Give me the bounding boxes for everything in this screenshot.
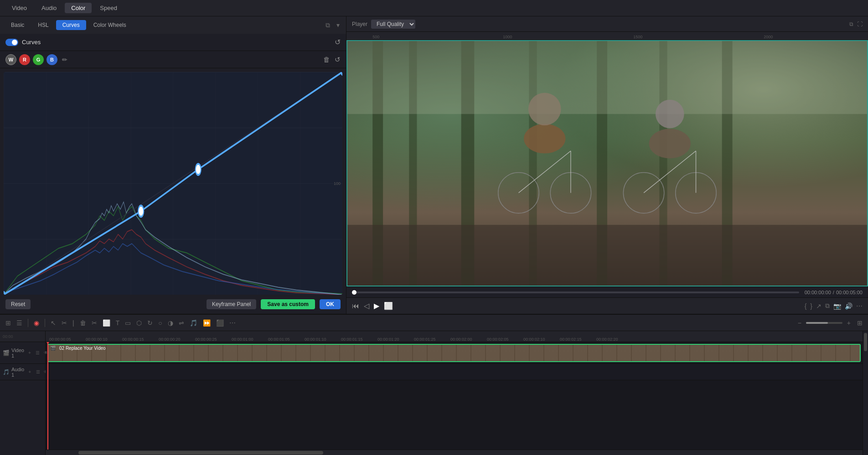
timeline-toolbar: ⊞ ☰ ◉ ↖ ✂ | 🗑 ✂ ⬜ T ▭ ⬡ ↻ ○ ◑ ⇌ 🎵 ⏩ ⬛ ⋯ …: [0, 315, 868, 331]
curves-title: Curves: [22, 39, 41, 46]
cut-btn[interactable]: ✂: [90, 318, 99, 327]
rect-btn[interactable]: ▭: [123, 318, 133, 327]
overlay-btn[interactable]: ⬛: [214, 318, 226, 327]
settings-icon[interactable]: ⋯: [856, 302, 863, 310]
main-content: Basic HSL Curves Color Wheels ⧉ ▾ Curves…: [0, 16, 868, 314]
step-back-btn[interactable]: ◁: [364, 302, 369, 310]
channel-r-btn[interactable]: R: [19, 54, 30, 65]
select-tool[interactable]: ↖: [49, 318, 58, 327]
tab-curves[interactable]: Curves: [56, 20, 86, 30]
timeline-label: 00:00: [3, 334, 13, 339]
curves-canvas[interactable]: 100: [4, 72, 342, 295]
tab-color[interactable]: Color: [65, 3, 92, 13]
svg-line-31: [519, 151, 571, 193]
tab-audio[interactable]: Audio: [35, 3, 63, 13]
circle-btn[interactable]: ○: [156, 318, 164, 327]
timeline-add-icon[interactable]: ⊞: [4, 318, 13, 327]
track-mute-btn[interactable]: ☰: [34, 349, 41, 357]
extract-icon[interactable]: ↗: [816, 302, 822, 310]
camera-icon[interactable]: 📷: [833, 302, 841, 310]
playback-progress[interactable]: [352, 291, 799, 293]
stop-btn[interactable]: ⬜: [384, 302, 393, 310]
volume-icon[interactable]: 🔊: [845, 302, 852, 310]
text-btn[interactable]: T: [114, 318, 122, 327]
screen-icon[interactable]: ⧉: [825, 302, 830, 310]
channel-w-btn[interactable]: W: [5, 54, 16, 65]
ruler-mark-7: 00:00:01:10: [305, 337, 341, 342]
tab-video[interactable]: Video: [5, 3, 33, 13]
track-add-btn[interactable]: +: [26, 349, 33, 357]
audio-add-btn[interactable]: +: [26, 368, 33, 376]
keyframe-panel-button[interactable]: Keyframe Panel: [207, 299, 256, 309]
expand-icon[interactable]: ▾: [335, 20, 341, 30]
top-tab-bar: Video Audio Color Speed: [0, 0, 868, 16]
fullscreen-icon[interactable]: ⛶: [857, 21, 863, 27]
crop-btn[interactable]: ⬜: [101, 318, 112, 327]
audio-track-row: [46, 364, 863, 380]
channel-g-btn[interactable]: G: [33, 54, 44, 65]
prev-frame-btn[interactable]: ⏮: [352, 302, 359, 310]
video-clip[interactable]: 🎬 02 Replace Your Video: [47, 344, 861, 362]
audio-track-icon: 🎵: [3, 369, 10, 375]
timeline-scrollbar[interactable]: [46, 450, 863, 455]
curves-y-axis-label: 100: [334, 181, 341, 186]
mark-in-icon[interactable]: {: [805, 302, 807, 310]
svg-text:2000: 2000: [764, 35, 773, 39]
ruler-mark-14: 00:00:02:15: [560, 337, 596, 342]
compare-icon[interactable]: ⧉: [324, 20, 332, 30]
timeline-ruler-tracks: 00:00:00:05 00:00:00:10 00:00:00:15 00:0…: [46, 331, 863, 455]
tab-hsl[interactable]: HSL: [31, 20, 55, 30]
more-btn[interactable]: ⋯: [227, 318, 238, 327]
zoom-in-btn[interactable]: +: [845, 318, 852, 327]
svg-text:1000: 1000: [503, 35, 512, 39]
right-panel: Player Full Quality 1/2 Quality 1/4 Qual…: [346, 16, 868, 314]
video-track-label: Video 1: [11, 348, 24, 358]
mask-btn[interactable]: ◑: [166, 318, 175, 327]
svg-point-28: [656, 100, 684, 128]
tab-color-wheels[interactable]: Color Wheels: [87, 20, 133, 30]
timeline-tracks: 🎬 02 Replace Your Video: [46, 342, 863, 450]
audio-btn[interactable]: 🎵: [188, 318, 199, 327]
pencil-tool-btn[interactable]: ✏: [62, 56, 67, 63]
sticker-btn[interactable]: ⬡: [134, 318, 144, 327]
ok-button[interactable]: OK: [320, 299, 341, 309]
scrollbar-thumb[interactable]: [78, 451, 324, 455]
delete-btn[interactable]: 🗑: [78, 318, 88, 327]
tab-speed[interactable]: Speed: [93, 3, 124, 13]
delete-curve-btn[interactable]: 🗑: [323, 56, 330, 64]
curves-tools: W R G B ✏ 🗑 ↺: [0, 51, 346, 68]
curves-header-reset[interactable]: ↺: [335, 38, 341, 46]
reset-button[interactable]: Reset: [5, 299, 31, 309]
reset-curve-btn[interactable]: ↺: [335, 56, 341, 64]
timeline-list-icon[interactable]: ☰: [15, 318, 24, 327]
razor-tool[interactable]: ✂: [60, 318, 69, 327]
zoom-out-btn[interactable]: −: [796, 318, 803, 327]
split-btn[interactable]: ⇌: [177, 318, 186, 327]
ruler-mark-4: 00:00:00:25: [195, 337, 232, 342]
play-btn[interactable]: ▶: [374, 302, 379, 310]
channel-b-btn[interactable]: B: [46, 54, 57, 65]
svg-point-3: [138, 205, 144, 216]
curves-bottom-bar: Reset Keyframe Panel Save as custom OK: [0, 295, 346, 314]
save-as-custom-button[interactable]: Save as custom: [261, 299, 315, 309]
video-frame: [346, 40, 868, 286]
tab-basic[interactable]: Basic: [5, 20, 31, 30]
toolbar-divider-2: [45, 319, 45, 327]
timeline-highlight-icon[interactable]: ◉: [32, 318, 41, 327]
grid-view-btn[interactable]: ⊞: [855, 318, 864, 327]
curves-header: Curves ↺: [0, 34, 346, 51]
playhead[interactable]: [47, 342, 48, 450]
ruler-mark-10: 00:00:01:25: [414, 337, 450, 342]
quality-select[interactable]: Full Quality 1/2 Quality 1/4 Quality: [371, 20, 415, 29]
mark-out-icon[interactable]: }: [810, 302, 812, 310]
audio-mute-btn[interactable]: ☰: [34, 368, 41, 376]
speed-btn[interactable]: ⏩: [201, 318, 212, 327]
audio-track-header: 🎵 Audio 1 + ☰ 👁: [0, 364, 45, 380]
scene-overlay: [346, 40, 868, 286]
timeline-side-scrollbar[interactable]: [863, 331, 868, 455]
curves-toggle[interactable]: [5, 39, 18, 46]
pip-icon[interactable]: ⧉: [849, 21, 853, 27]
rotate-btn[interactable]: ↻: [145, 318, 155, 327]
svg-rect-21: [346, 225, 868, 286]
ruler-mark-1: 00:00:00:10: [86, 337, 122, 342]
